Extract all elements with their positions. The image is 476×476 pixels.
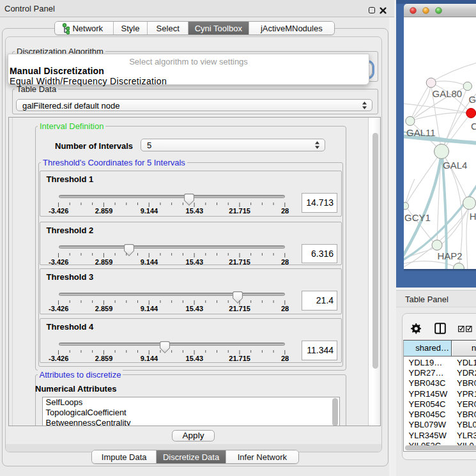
svg-text:GAL: GAL <box>469 94 476 105</box>
svg-text:GAL80: GAL80 <box>433 88 463 99</box>
svg-text:HAP2: HAP2 <box>437 250 462 261</box>
svg-text:GCY1: GCY1 <box>404 212 431 223</box>
svg-text:GAL11: GAL11 <box>406 127 436 138</box>
svg-text:H: H <box>470 211 476 222</box>
svg-text:C: C <box>471 121 476 132</box>
svg-text:GAL4: GAL4 <box>443 160 467 171</box>
